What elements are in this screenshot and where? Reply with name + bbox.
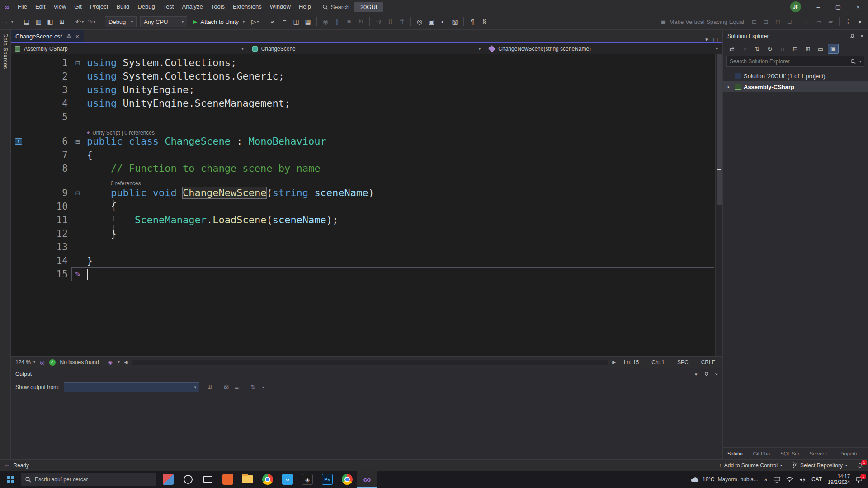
menu-analyze[interactable]: Analyze xyxy=(178,0,207,14)
compare-files-button[interactable]: ◐ xyxy=(438,16,448,28)
menu-debug[interactable]: Debug xyxy=(133,0,159,14)
tool-tab-1[interactable]: Solutio... xyxy=(727,451,747,456)
active-files-icon[interactable]: ▾ xyxy=(705,37,708,42)
float-dock-icon[interactable]: ▢ xyxy=(713,37,718,42)
menu-project[interactable]: Project xyxy=(86,0,112,14)
volume-icon[interactable] xyxy=(799,477,806,483)
restart-button[interactable]: ↻ xyxy=(355,16,366,28)
find-in-files-button[interactable]: ◎ xyxy=(414,16,425,28)
view-code-icon[interactable]: ▭ xyxy=(815,44,826,54)
sync-with-active-document-icon[interactable]: ▣ xyxy=(828,44,839,54)
open-file-button[interactable]: ▥ xyxy=(33,16,44,28)
data-sources-tab[interactable]: Data Sources xyxy=(2,33,9,459)
hidden-icons-chevron[interactable]: ∧ xyxy=(764,477,768,483)
clock[interactable]: 14:17 19/2/2024 xyxy=(828,474,850,485)
solution-explorer-search-input[interactable] xyxy=(730,58,848,65)
code-line[interactable]: 3using UnityEngine; xyxy=(11,83,715,97)
title-search[interactable]: Search xyxy=(322,4,349,10)
bring-to-front-button[interactable]: ▰ xyxy=(825,16,836,28)
code-line[interactable]: 12 } xyxy=(11,227,715,240)
debug-target-dropdown[interactable]: Debug▾ xyxy=(105,16,137,27)
toolbar-overflow-button[interactable]: ▾ xyxy=(854,16,865,28)
refresh-icon[interactable]: ↻ xyxy=(764,44,775,54)
column-indicator[interactable]: Ch: 1 xyxy=(651,359,665,366)
menu-file[interactable]: File xyxy=(14,0,31,14)
tree-item-project[interactable]: ▸Assembly-CSharp xyxy=(723,81,868,92)
split-view-button[interactable]: ◫ xyxy=(291,16,302,28)
add-to-source-control-button[interactable]: ↑ Add to Source Control ▴ xyxy=(719,462,782,469)
taskbar-chrome[interactable] xyxy=(258,471,278,488)
show-grid-button[interactable]: ▦ xyxy=(302,16,313,28)
weather-widget[interactable]: 18°C Mayorm. nubla... xyxy=(690,476,758,483)
minimize-button[interactable]: – xyxy=(808,0,828,14)
tool-tab-5[interactable]: Properti... xyxy=(840,451,861,456)
redo-button[interactable]: ↷▾ xyxy=(86,16,97,28)
taskbar-cortana[interactable] xyxy=(178,471,198,488)
menu-help[interactable]: Help xyxy=(295,0,315,14)
language-indicator[interactable]: CAT xyxy=(811,476,822,483)
taskbar-visual-studio[interactable]: ∞ xyxy=(357,471,377,488)
menu-build[interactable]: Build xyxy=(112,0,133,14)
output-content[interactable] xyxy=(11,394,722,459)
back-button[interactable]: ←▾ xyxy=(3,16,14,28)
switch-views-icon[interactable]: ⇄ xyxy=(726,44,737,54)
taskbar-photoshop[interactable]: Ps xyxy=(317,471,337,488)
taskbar-unity[interactable]: ◈ xyxy=(297,471,317,488)
taskbar-paint[interactable] xyxy=(158,471,178,488)
maximize-button[interactable]: ▢ xyxy=(828,0,848,14)
pin-icon[interactable] xyxy=(66,34,71,39)
show-all-files-icon[interactable]: ⊞ xyxy=(802,44,813,54)
code-line[interactable]: 9⊟ public void ChangeNewScene(string sce… xyxy=(11,186,715,200)
undo-button[interactable]: ↶▾ xyxy=(74,16,85,28)
align-tops-button[interactable]: ⊓ xyxy=(772,16,783,28)
taskbar-file-explorer[interactable] xyxy=(238,471,258,488)
menu-git[interactable]: Git xyxy=(70,0,86,14)
line-indicator[interactable]: Ln: 15 xyxy=(624,359,639,366)
pause-button[interactable]: ∥ xyxy=(332,16,343,28)
hot-reload-button[interactable]: ≈ xyxy=(267,16,278,28)
taskbar-search[interactable] xyxy=(21,473,156,486)
background-tasks-icon[interactable]: ▤ xyxy=(5,462,9,469)
code-line[interactable]: 2using System.Collections.Generic; xyxy=(11,70,715,83)
horizontal-scrollbar[interactable] xyxy=(132,360,608,365)
fold-collapse-icon[interactable]: ⊟ xyxy=(75,138,80,145)
taskbar-browser[interactable] xyxy=(337,471,357,488)
breadcrumb-project[interactable]: Assembly-CSharp▾ xyxy=(11,43,248,54)
tool-tab-4[interactable]: Server E... xyxy=(810,451,833,456)
align-lefts-button[interactable]: ⊏ xyxy=(749,16,760,28)
step-over-button[interactable]: ⇉ xyxy=(373,16,384,28)
output-source-dropdown[interactable]: ▾ xyxy=(64,382,199,392)
sync-selection-icon[interactable]: ⇅ xyxy=(752,44,763,54)
code-line[interactable]: 1⊟using System.Collections; xyxy=(11,56,715,70)
close-button[interactable]: × xyxy=(848,0,868,14)
inheritance-indicator-icon[interactable]: ↑ xyxy=(15,138,22,145)
document-tab[interactable]: ChangeScene.cs* × xyxy=(11,30,84,42)
toolbar-options-button[interactable]: ⋮ xyxy=(843,16,854,28)
code-cleanup-icon[interactable]: ◈ xyxy=(108,359,113,366)
save-button[interactable]: ◧ xyxy=(45,16,56,28)
solution-explorer-search[interactable]: ▾ xyxy=(726,56,864,67)
code-line[interactable]: 5 xyxy=(11,110,715,124)
step-out-button[interactable]: ⇈ xyxy=(396,16,407,28)
breakpoints-button[interactable]: ◉ xyxy=(320,16,331,28)
intellisense-icon[interactable]: ◎ xyxy=(40,359,44,366)
scrollbar-thumb[interactable] xyxy=(717,54,722,205)
pending-changes-filter-icon[interactable]: ◔ xyxy=(739,44,750,54)
notifications-button[interactable]: 1 xyxy=(857,462,863,469)
attach-to-unity-button[interactable]: ▶Attach to Unity▾ xyxy=(189,16,249,28)
chevron-right-icon[interactable]: ▸ xyxy=(726,84,732,89)
new-project-button[interactable]: ▤ xyxy=(21,16,32,28)
taskbar-task-view[interactable] xyxy=(198,471,218,488)
code-line[interactable]: 13 xyxy=(11,240,715,254)
close-icon[interactable]: × xyxy=(715,371,718,377)
word-wrap-icon[interactable]: ≣ xyxy=(234,384,239,391)
start-without-debugging-button[interactable]: ▷▾ xyxy=(250,16,260,28)
clear-all-icon[interactable]: ⊠ xyxy=(224,384,229,391)
tree-item-solution[interactable]: Solution '20GUI' (1 of 1 project) xyxy=(723,70,868,81)
taskbar-orange-app[interactable] xyxy=(218,471,238,488)
fold-collapse-icon[interactable]: ⊟ xyxy=(75,190,80,197)
health-status[interactable]: No issues found xyxy=(60,359,99,366)
display-icon[interactable] xyxy=(774,477,780,483)
collapse-all-icon[interactable]: ⊟ xyxy=(790,44,801,54)
pin-icon[interactable] xyxy=(704,372,709,377)
